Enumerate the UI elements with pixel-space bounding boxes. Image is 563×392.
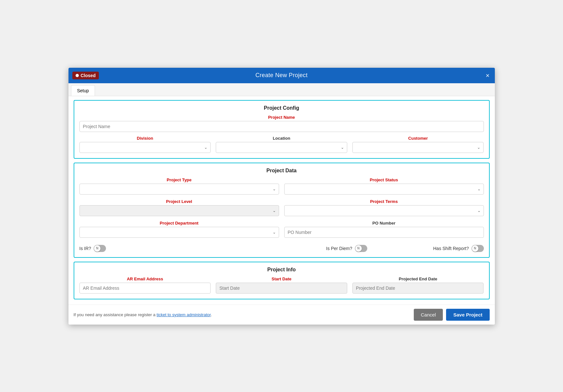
division-select-wrapper: ⌄ (79, 142, 211, 153)
is-ir-knob: N (94, 245, 100, 252)
create-project-modal: Closed Create New Project × Setup Projec… (68, 68, 495, 325)
customer-select[interactable] (352, 142, 484, 153)
is-per-diem-label: Is Per Diem? (326, 246, 352, 251)
project-status-select[interactable] (284, 184, 484, 195)
tab-setup-label: Setup (77, 88, 89, 93)
help-prefix: If you need any assistance please regist… (74, 312, 157, 317)
is-per-diem-knob: N (355, 245, 362, 252)
project-type-select[interactable] (79, 184, 279, 195)
project-department-select-wrapper: ⌄ (79, 227, 279, 238)
project-info-section: Project Info AR Email Address Start Date… (74, 262, 490, 299)
customer-select-wrapper: ⌄ (352, 142, 484, 153)
po-number-label: PO Number (284, 221, 484, 226)
project-type-select-wrapper: ⌄ (79, 184, 279, 195)
save-project-button[interactable]: Save Project (446, 309, 489, 321)
project-config-title: Project Config (79, 105, 484, 111)
division-select[interactable] (79, 142, 211, 153)
modal-body: Project Config Project Name Division ⌄ (68, 96, 495, 305)
has-shift-report-toggle[interactable]: N (472, 245, 484, 252)
closed-badge[interactable]: Closed (72, 72, 99, 79)
help-link[interactable]: ticket to system administrator (157, 312, 211, 317)
has-shift-report-value: N (474, 246, 476, 250)
closed-label: Closed (81, 73, 96, 78)
division-label: Division (79, 136, 211, 141)
location-label: Location (216, 136, 347, 141)
is-per-diem-group: Is Per Diem? N (326, 245, 367, 252)
has-shift-report-label: Has Shift Report? (433, 246, 469, 251)
is-per-diem-value: N (357, 246, 360, 250)
projected-end-date-input[interactable] (352, 283, 484, 294)
footer-buttons: Cancel Save Project (414, 309, 490, 321)
project-terms-select[interactable] (284, 205, 484, 216)
start-date-input[interactable] (216, 283, 347, 294)
location-select[interactable] (216, 142, 347, 153)
has-shift-report-knob: N (472, 245, 478, 252)
project-config-section: Project Config Project Name Division ⌄ (74, 100, 490, 159)
project-data-title: Project Data (79, 168, 484, 174)
project-level-select[interactable] (79, 205, 279, 216)
project-name-label: Project Name (79, 115, 484, 120)
project-info-title: Project Info (79, 267, 484, 273)
project-terms-select-wrapper: ⌄ (284, 205, 484, 216)
tab-bar: Setup (68, 83, 495, 96)
ar-email-input[interactable] (79, 283, 211, 294)
project-status-label: Project Status (284, 177, 484, 182)
footer-help: If you need any assistance please regist… (74, 312, 212, 317)
closed-dot (76, 74, 79, 77)
project-status-select-wrapper: ⌄ (284, 184, 484, 195)
start-date-label: Start Date (216, 276, 347, 281)
has-shift-report-group: Has Shift Report? N (433, 245, 484, 252)
modal-footer: If you need any assistance please regist… (68, 305, 495, 325)
project-type-label: Project Type (79, 177, 279, 182)
customer-label: Customer (352, 136, 484, 141)
is-ir-label: Is IR? (79, 246, 91, 251)
project-department-select[interactable] (79, 227, 279, 238)
tab-setup[interactable]: Setup (71, 85, 95, 96)
modal-header: Closed Create New Project × (68, 68, 495, 83)
projected-end-date-label: Projected End Date (352, 276, 484, 281)
is-ir-value: N (96, 246, 98, 250)
is-ir-toggle[interactable]: N (94, 245, 106, 252)
help-suffix: . (211, 312, 212, 317)
project-level-label: Project Level (79, 199, 279, 204)
is-ir-group: Is IR? N (79, 245, 106, 252)
po-number-input[interactable] (284, 227, 484, 238)
toggles-row: Is IR? N Is Per Diem? N (79, 242, 484, 252)
close-button[interactable]: × (486, 72, 490, 79)
ar-email-label: AR Email Address (79, 276, 211, 281)
project-terms-label: Project Terms (284, 199, 484, 204)
project-name-input[interactable] (79, 121, 484, 132)
project-level-select-wrapper: ⌄ (79, 205, 279, 216)
is-per-diem-toggle[interactable]: N (355, 245, 367, 252)
location-select-wrapper: ⌄ (216, 142, 347, 153)
cancel-button[interactable]: Cancel (414, 309, 443, 321)
modal-title: Create New Project (255, 72, 308, 79)
project-department-label: Project Department (79, 221, 279, 226)
project-data-section: Project Data Project Type ⌄ Project Stat… (74, 163, 490, 258)
